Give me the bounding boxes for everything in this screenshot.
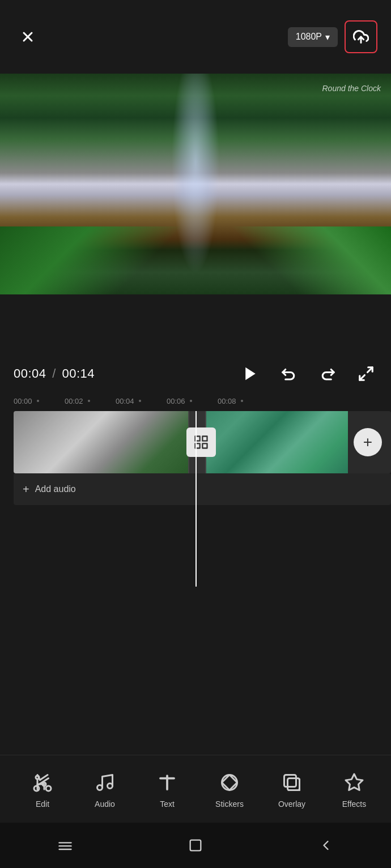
current-time: 00:04 <box>14 366 46 380</box>
time-separator: / <box>52 366 56 380</box>
total-time: 00:14 <box>62 366 95 380</box>
clip-2[interactable] <box>206 411 348 473</box>
transition-button[interactable] <box>186 427 216 457</box>
nav-menu-button[interactable] <box>51 831 79 860</box>
audio-icon <box>92 770 117 795</box>
audio-label: Audio <box>95 799 115 809</box>
clip-1[interactable] <box>14 411 189 473</box>
mid-gap <box>0 294 391 357</box>
effects-label: Effects <box>342 799 367 809</box>
svg-rect-8 <box>202 443 207 448</box>
stickers-icon <box>217 770 242 795</box>
effects-icon <box>342 770 367 795</box>
video-preview: Round the Clock <box>0 74 391 294</box>
fullscreen-button[interactable] <box>355 362 377 385</box>
tool-edit[interactable]: Edit <box>11 764 74 814</box>
bottom-toolbar: Edit Audio Text S <box>0 755 391 823</box>
time-display: 00:04 / 00:14 <box>14 366 95 381</box>
edit-icon <box>30 770 55 795</box>
add-clip-area: + <box>348 411 388 473</box>
tool-effects[interactable]: Effects <box>323 764 385 814</box>
top-bar: 1080P ▾ <box>0 0 391 74</box>
add-audio-plus-icon: + <box>23 483 29 496</box>
ruler-mark-4: 00:08 <box>218 397 269 405</box>
tool-text[interactable]: Text <box>136 764 198 814</box>
text-label: Text <box>160 799 175 809</box>
add-clip-button[interactable]: + <box>354 428 382 456</box>
svg-marker-25 <box>346 774 363 790</box>
ruler-mark-0: 00:00 <box>14 397 65 405</box>
undo-button[interactable] <box>278 362 300 385</box>
svg-rect-23 <box>284 775 296 786</box>
svg-point-19 <box>108 783 113 788</box>
svg-point-22 <box>222 775 237 790</box>
ruler-mark-1: 00:02 <box>65 397 116 405</box>
timeline-controls: 00:04 / 00:14 <box>0 357 391 391</box>
add-audio-button[interactable]: + Add audio <box>14 473 391 505</box>
add-audio-label: Add audio <box>35 484 76 494</box>
top-right-controls: 1080P ▾ <box>288 20 377 53</box>
close-button[interactable] <box>14 23 42 51</box>
edit-label: Edit <box>36 799 49 809</box>
video-watermark: Round the Clock <box>322 84 381 93</box>
svg-marker-3 <box>245 367 256 380</box>
export-button[interactable] <box>345 20 377 53</box>
redo-button[interactable] <box>316 362 339 385</box>
tool-overlay[interactable]: Overlay <box>261 764 323 814</box>
resolution-label: 1080P <box>296 32 322 42</box>
system-nav-bar <box>0 823 391 868</box>
text-icon <box>155 770 180 795</box>
svg-rect-29 <box>190 840 201 851</box>
svg-point-18 <box>97 785 103 790</box>
tool-stickers[interactable]: Stickers <box>198 764 261 814</box>
leaf-foreground <box>0 226 391 294</box>
overlay-label: Overlay <box>278 799 305 809</box>
resolution-button[interactable]: 1080P ▾ <box>288 27 338 47</box>
svg-rect-7 <box>202 437 207 441</box>
playback-controls <box>239 362 377 385</box>
resolution-arrow-icon: ▾ <box>325 32 330 42</box>
ruler-mark-2: 00:04 <box>116 397 167 405</box>
overlay-icon <box>279 770 304 795</box>
playhead <box>196 411 197 587</box>
ruler-mark-3: 00:06 <box>167 397 218 405</box>
nav-back-button[interactable] <box>312 831 340 860</box>
stickers-label: Stickers <box>215 799 244 809</box>
svg-point-15 <box>46 786 51 791</box>
play-button[interactable] <box>239 362 262 385</box>
svg-rect-24 <box>288 778 300 790</box>
tool-audio[interactable]: Audio <box>74 764 136 814</box>
timeline-ruler: 00:00 00:02 00:04 00:06 00:08 <box>0 391 391 411</box>
nav-home-button[interactable] <box>181 831 210 860</box>
